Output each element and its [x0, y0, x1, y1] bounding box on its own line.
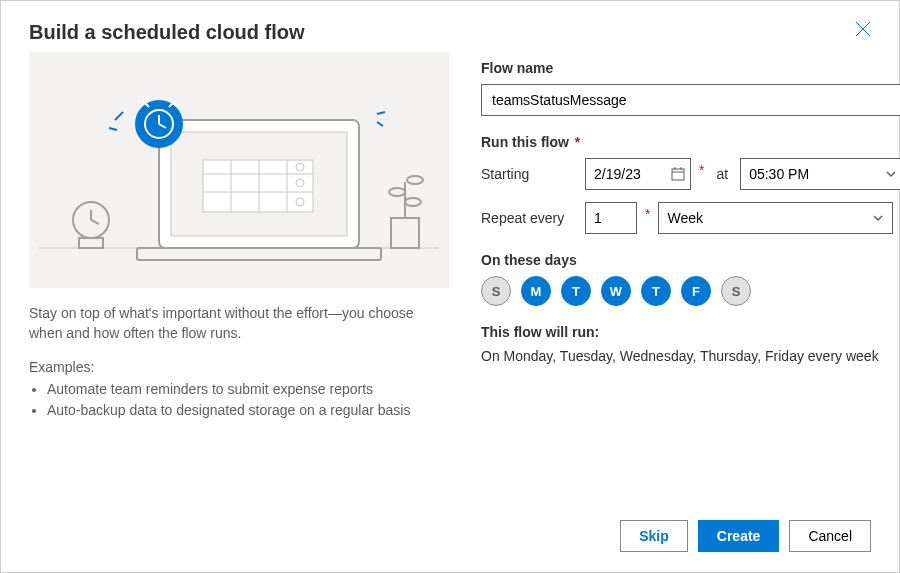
chevron-down-icon [872, 212, 884, 224]
day-toggle-6[interactable]: S [721, 276, 751, 306]
close-icon [855, 21, 871, 37]
day-toggle-5[interactable]: F [681, 276, 711, 306]
calendar-icon [670, 166, 686, 182]
illustration-svg [29, 52, 449, 288]
day-picker: SMTWTFS [481, 276, 900, 306]
starting-label: Starting [481, 166, 577, 182]
cancel-button[interactable]: Cancel [789, 520, 871, 552]
skip-button[interactable]: Skip [620, 520, 688, 552]
svg-point-32 [407, 176, 423, 184]
flow-name-input[interactable] [481, 84, 900, 116]
day-toggle-1[interactable]: M [521, 276, 551, 306]
svg-line-22 [109, 128, 117, 130]
svg-line-21 [115, 112, 123, 120]
summary-text: On Monday, Tuesday, Wednesday, Thursday,… [481, 348, 900, 364]
svg-point-31 [389, 188, 405, 196]
example-item: Auto-backup data to designated storage o… [47, 400, 449, 421]
chevron-down-icon [885, 168, 897, 180]
svg-line-27 [91, 220, 99, 224]
on-these-days-section: On these days SMTWTFS [481, 252, 900, 306]
starting-time-value: 05:30 PM [749, 166, 809, 182]
starting-date-input[interactable]: 2/19/23 [585, 158, 691, 190]
starting-time-dropdown[interactable]: 05:30 PM [740, 158, 900, 190]
on-these-days-label: On these days [481, 252, 900, 268]
run-this-flow-section: Run this flow * Starting 2/19/23 * at 05… [481, 134, 900, 234]
close-button[interactable] [855, 21, 871, 37]
flow-name-field: Flow name [481, 60, 900, 116]
repeat-unit-value: Week [667, 210, 703, 226]
day-toggle-4[interactable]: T [641, 276, 671, 306]
create-button[interactable]: Create [698, 520, 780, 552]
repeat-value-input[interactable] [585, 202, 637, 234]
summary-section: This flow will run: On Monday, Tuesday, … [481, 324, 900, 364]
dialog-body: Stay on top of what's important without … [1, 52, 899, 504]
starting-date-value: 2/19/23 [594, 166, 641, 182]
svg-rect-34 [672, 169, 684, 180]
day-toggle-0[interactable]: S [481, 276, 511, 306]
description: Stay on top of what's important without … [29, 304, 449, 343]
svg-line-23 [377, 112, 385, 114]
day-toggle-3[interactable]: W [601, 276, 631, 306]
examples-list: Automate team reminders to submit expens… [29, 379, 449, 421]
dialog-footer: Skip Create Cancel [1, 504, 899, 572]
dialog: Build a scheduled cloud flow [0, 0, 900, 573]
run-this-flow-label: Run this flow * [481, 134, 900, 150]
left-pane: Stay on top of what's important without … [29, 52, 449, 504]
repeat-every-label: Repeat every [481, 210, 577, 226]
starting-row: Starting 2/19/23 * at 05:30 PM [481, 158, 900, 190]
flow-name-label: Flow name [481, 60, 900, 76]
svg-point-33 [405, 198, 421, 206]
repeat-unit-dropdown[interactable]: Week [658, 202, 892, 234]
example-item: Automate team reminders to submit expens… [47, 379, 449, 400]
right-pane: Flow name Run this flow * Starting 2/19/… [481, 52, 900, 504]
illustration [29, 52, 449, 288]
examples-label: Examples: [29, 359, 449, 375]
day-toggle-2[interactable]: T [561, 276, 591, 306]
summary-label: This flow will run: [481, 324, 900, 340]
repeat-row: Repeat every * Week * [481, 202, 900, 234]
at-label: at [716, 166, 728, 182]
svg-line-24 [377, 122, 383, 126]
required-marker: * [645, 206, 650, 222]
required-marker: * [699, 162, 704, 178]
svg-rect-29 [391, 218, 419, 248]
dialog-header: Build a scheduled cloud flow [1, 1, 899, 52]
svg-rect-28 [79, 238, 103, 248]
dialog-title: Build a scheduled cloud flow [29, 21, 305, 44]
svg-rect-5 [137, 248, 381, 260]
